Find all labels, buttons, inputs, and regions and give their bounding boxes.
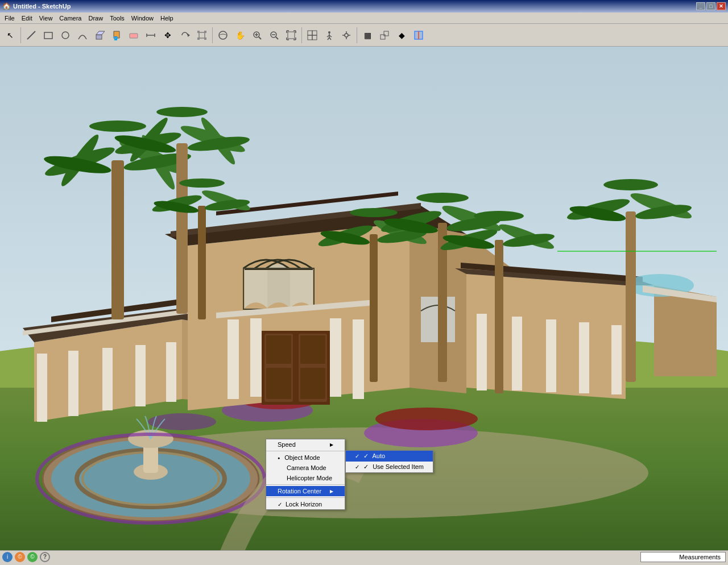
svg-point-17 <box>219 31 227 39</box>
help-icon[interactable]: ? <box>40 552 50 562</box>
lookaround-tool[interactable] <box>338 27 354 43</box>
svg-rect-113 <box>176 143 188 314</box>
menu-camera[interactable]: Camera <box>56 14 85 23</box>
pan-tool[interactable]: ✋ <box>232 27 248 43</box>
toolbar: ↖ 🪣 ✥ ✋ <box>0 24 728 47</box>
menu-edit[interactable]: Edit <box>18 14 36 23</box>
maximize-button[interactable]: □ <box>706 2 715 10</box>
minimize-button[interactable]: _ <box>696 2 705 10</box>
context-menu-rotation-center[interactable]: Rotation Center ▶ <box>266 486 345 496</box>
tapemeasure-tool[interactable] <box>143 27 159 43</box>
svg-rect-71 <box>166 342 176 402</box>
svg-rect-68 <box>68 351 78 416</box>
measurements-box[interactable]: Measurements <box>640 552 726 562</box>
titlebar-title: Untitled - SketchUp <box>13 3 71 10</box>
svg-point-44 <box>345 34 348 37</box>
context-menu-camera-mode[interactable]: Camera Mode <box>266 463 345 473</box>
svg-rect-100 <box>611 325 622 394</box>
svg-rect-145 <box>626 211 636 382</box>
zoomout-tool[interactable] <box>266 27 282 43</box>
pushpull-tool[interactable] <box>92 27 107 43</box>
section-tool[interactable] <box>411 27 427 43</box>
menu-window[interactable]: Window <box>128 14 157 23</box>
zoom-tool[interactable] <box>249 27 265 43</box>
svg-point-2 <box>62 32 69 39</box>
context-menu-object-mode[interactable]: ● Object Mode <box>266 452 345 463</box>
status-green-icon[interactable]: © <box>27 552 38 562</box>
orbit-tool[interactable] <box>215 27 231 43</box>
scale-tool[interactable] <box>194 27 210 43</box>
svg-rect-96 <box>477 314 487 390</box>
svg-rect-82 <box>330 318 341 397</box>
viewport[interactable]: Speed ▶ ● Object Mode Camera Mode Helico… <box>0 47 728 563</box>
menu-file[interactable]: File <box>1 14 18 23</box>
svg-rect-36 <box>308 35 312 40</box>
context-menu-lock-horizon[interactable]: Lock Horizon <box>266 499 345 509</box>
menu-draw[interactable]: Draw <box>85 14 106 23</box>
svg-rect-67 <box>37 354 47 422</box>
statusbar-icons: i © © ? <box>2 552 50 562</box>
svg-line-23 <box>276 37 278 39</box>
svg-rect-99 <box>579 322 589 393</box>
menu-help[interactable]: Help <box>157 14 177 23</box>
circle-tool[interactable] <box>57 27 73 43</box>
select-tool[interactable]: ↖ <box>2 27 18 43</box>
titlebar: 🏠 Untitled - SketchUp _ □ ✕ <box>0 0 728 13</box>
measurements-label: Measurements <box>679 554 721 560</box>
rotate-tool[interactable] <box>177 27 193 43</box>
info-icon[interactable]: i <box>2 552 13 562</box>
svg-rect-90 <box>300 368 325 399</box>
svg-point-118 <box>156 107 208 117</box>
line-tool[interactable] <box>23 27 39 43</box>
titlebar-controls: _ □ ✕ <box>696 2 726 10</box>
svg-rect-97 <box>512 317 522 390</box>
svg-rect-1 <box>44 32 52 39</box>
eraser-tool[interactable] <box>126 27 142 43</box>
svg-rect-12 <box>199 32 205 38</box>
svg-rect-34 <box>308 31 312 35</box>
svg-marker-11 <box>188 34 190 37</box>
titlebar-left: 🏠 Untitled - SketchUp <box>2 2 71 10</box>
menu-tools[interactable]: Tools <box>106 14 128 23</box>
arc-tool[interactable] <box>75 27 90 43</box>
svg-text:🪣: 🪣 <box>113 36 118 40</box>
menu-view[interactable]: View <box>36 14 56 23</box>
svg-rect-87 <box>266 335 291 364</box>
zoomextents-tool[interactable] <box>283 27 299 43</box>
context-menu-helicopter-mode[interactable]: Helicopter Mode <box>266 473 345 483</box>
svg-point-130 <box>350 208 398 217</box>
svg-line-43 <box>329 38 331 40</box>
followme-tool[interactable]: ◆ <box>394 27 410 43</box>
rotation-center-submenu: ✓ Auto ✓ Use Selected Item <box>345 450 433 473</box>
context-menu-speed[interactable]: Speed ▶ <box>266 439 345 450</box>
svg-rect-49 <box>380 35 385 39</box>
paint-tool[interactable]: 🪣 <box>109 27 125 43</box>
toolbar-separator-2 <box>212 27 213 43</box>
svg-rect-13 <box>197 31 200 33</box>
rectangle-tool[interactable] <box>40 27 56 43</box>
material-tool[interactable]: ▦ <box>359 27 375 43</box>
svg-rect-69 <box>102 348 113 410</box>
svg-point-62 <box>375 408 478 430</box>
speed-arrow: ▶ <box>330 442 333 447</box>
components-tool[interactable] <box>377 27 392 43</box>
close-button[interactable]: ✕ <box>717 2 726 10</box>
submenu-auto[interactable]: ✓ Auto <box>346 451 433 462</box>
menubar: File Edit View Camera Draw Tools Window … <box>0 13 728 24</box>
warning-icon[interactable]: © <box>15 552 25 562</box>
svg-rect-139 <box>495 240 503 393</box>
svg-rect-80 <box>228 319 239 399</box>
svg-point-38 <box>328 31 330 34</box>
views-button[interactable] <box>304 27 320 43</box>
submenu-use-selected-item[interactable]: ✓ Use Selected Item <box>346 462 433 472</box>
object-mode-dot: ● <box>278 456 280 460</box>
svg-rect-81 <box>250 318 262 397</box>
statusbar: i © © ? Measurements <box>0 550 728 563</box>
walk-tool[interactable] <box>321 27 337 43</box>
svg-point-148 <box>603 179 658 190</box>
svg-rect-3 <box>96 35 102 39</box>
move-tool[interactable]: ✥ <box>160 27 176 43</box>
svg-point-110 <box>89 121 146 132</box>
svg-point-136 <box>416 193 469 203</box>
svg-rect-70 <box>135 345 146 406</box>
